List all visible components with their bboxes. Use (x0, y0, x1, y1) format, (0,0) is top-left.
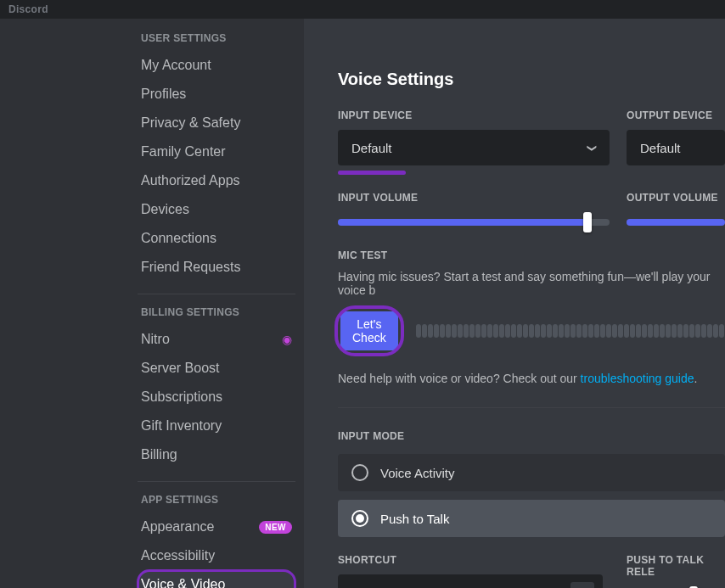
sidebar-item-friend-requests[interactable]: Friend Requests (138, 253, 295, 282)
sidebar-item-authorized-apps[interactable]: Authorized Apps (138, 166, 295, 195)
shortcut-input[interactable]: MOUSE3 ⌨ (338, 574, 603, 588)
annotation-underline (338, 171, 406, 175)
sidebar-item-server-boost[interactable]: Server Boost (138, 354, 295, 383)
radio-icon-selected (351, 510, 368, 527)
billing-settings-header: BILLING SETTINGS (141, 306, 295, 318)
sidebar-item-subscriptions[interactable]: Subscriptions (138, 383, 295, 412)
input-device-label: INPUT DEVICE (338, 109, 610, 121)
input-volume-slider[interactable] (338, 212, 610, 232)
settings-sidebar: USER SETTINGS My Account Profiles Privac… (0, 19, 304, 588)
input-mode-push-to-talk[interactable]: Push to Talk (338, 500, 725, 537)
sidebar-item-connections[interactable]: Connections (138, 224, 295, 253)
output-device-value: Default (640, 141, 681, 155)
sidebar-item-accessibility[interactable]: Accessibility (138, 541, 295, 570)
main-content: Voice Settings INPUT DEVICE Default ❯ OU… (304, 19, 725, 588)
output-volume-label: OUTPUT VOLUME (627, 192, 725, 204)
troubleshooting-link[interactable]: troubleshooting guide (581, 372, 694, 385)
sidebar-item-voice-video[interactable]: Voice & Video (138, 570, 295, 588)
sidebar-item-devices[interactable]: Devices (138, 195, 295, 224)
input-mode-label: INPUT MODE (338, 430, 725, 442)
sidebar-item-appearance[interactable]: Appearance NEW (138, 512, 295, 541)
help-text: Need help with voice or video? Check out… (338, 372, 725, 385)
new-badge: NEW (259, 521, 292, 534)
sidebar-item-nitro[interactable]: Nitro ◉ (138, 325, 295, 354)
input-mode-voice-activity[interactable]: Voice Activity (338, 454, 725, 491)
radio-icon (351, 464, 368, 481)
divider (338, 407, 725, 408)
brand-label: Discord (8, 3, 48, 15)
user-settings-header: USER SETTINGS (141, 32, 295, 44)
input-device-value: Default (351, 141, 392, 155)
sidebar-item-profiles[interactable]: Profiles (138, 80, 295, 109)
sidebar-item-my-account[interactable]: My Account (138, 51, 295, 80)
sidebar-item-gift-inventory[interactable]: Gift Inventory (138, 412, 295, 440)
mic-level-meter (416, 324, 725, 338)
chevron-down-icon: ❯ (587, 144, 598, 152)
keyboard-icon: ⌨ (570, 582, 594, 588)
ptt-release-label: PUSH TO TALK RELE (627, 554, 725, 578)
sidebar-item-privacy[interactable]: Privacy & Safety (138, 109, 295, 137)
sidebar-item-family-center[interactable]: Family Center (138, 137, 295, 166)
output-volume-slider[interactable] (627, 212, 725, 232)
mic-test-highlight: Let's Check (338, 309, 401, 353)
mic-test-description: Having mic issues? Start a test and say … (338, 270, 725, 297)
output-device-select[interactable]: Default (627, 130, 725, 165)
sidebar-item-billing[interactable]: Billing (138, 440, 295, 469)
mic-test-button[interactable]: Let's Check (340, 311, 398, 350)
shortcut-label: SHORTCUT (338, 554, 610, 566)
input-volume-label: INPUT VOLUME (338, 192, 610, 204)
output-device-label: OUTPUT DEVICE (627, 109, 725, 121)
divider (138, 294, 295, 294)
app-settings-header: APP SETTINGS (141, 494, 295, 506)
mic-test-label: MIC TEST (338, 249, 725, 261)
page-title: Voice Settings (338, 70, 725, 89)
divider (138, 481, 295, 482)
nitro-icon: ◉ (282, 333, 292, 346)
input-device-select[interactable]: Default ❯ (338, 130, 610, 165)
titlebar: Discord (0, 0, 725, 19)
